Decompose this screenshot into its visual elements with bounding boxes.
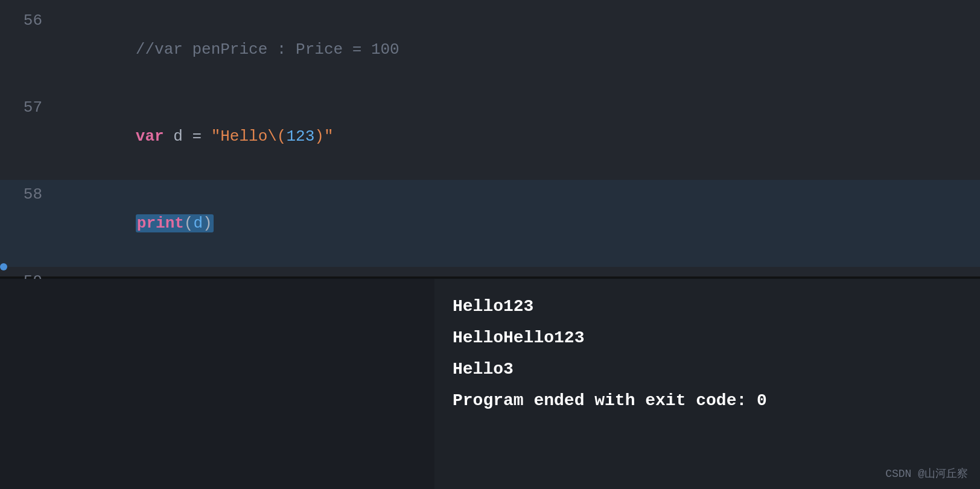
code-editor[interactable]: 56 //var penPrice : Price = 100 57 var d… [0,0,980,278]
line-number-57: 57 [6,93,42,122]
string-57b: )" [314,127,333,145]
output-line-4: Program ended with exit code: 0 [453,385,962,417]
output-left-empty [0,279,434,489]
line-content-58: print(d) [60,180,974,267]
space-57: d = [164,127,211,145]
line-content-56: //var penPrice : Price = 100 [60,6,974,93]
line-number-58: 58 [6,180,42,209]
output-console: Hello123 HelloHello123 Hello3 Program en… [434,279,980,489]
comment-56: //var penPrice : Price = 100 [136,40,399,59]
highlighted-print-58: print(d) [136,214,214,232]
code-line-58: 58 print(d) [0,180,980,267]
string-57: "Hello\( [211,127,287,145]
watermark: CSDN @山河丘察 [885,466,968,481]
code-line-56: 56 //var penPrice : Price = 100 [0,6,980,93]
blue-dot-indicator [0,263,7,270]
output-line-2: HelloHello123 [453,322,962,354]
line-content-57: var d = "Hello\(123)" [60,93,974,180]
output-line-3: Hello3 [453,354,962,385]
code-line-57: 57 var d = "Hello\(123)" [0,93,980,180]
output-panel: Hello123 HelloHello123 Hello3 Program en… [0,279,980,489]
line-number-56: 56 [6,6,42,35]
keyword-var-57: var [136,127,164,145]
interp-57: 123 [286,127,314,145]
output-line-1: Hello123 [453,291,962,322]
